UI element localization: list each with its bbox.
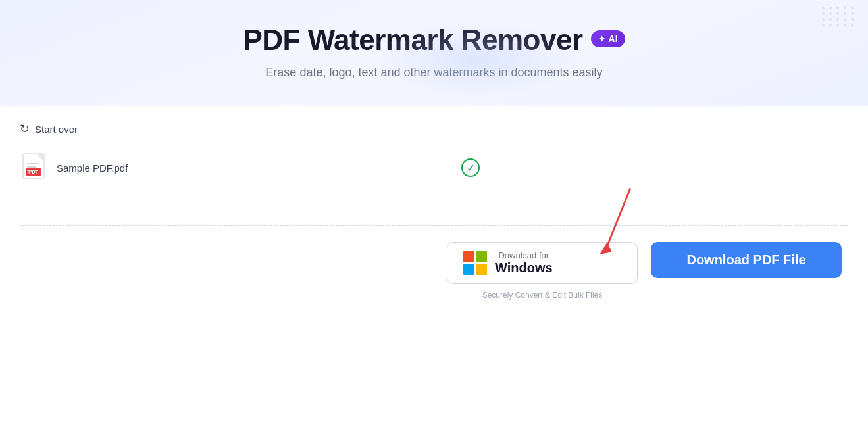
pdf-line xyxy=(27,166,36,168)
start-over-label: Start over xyxy=(35,124,78,135)
pdf-icon-lines xyxy=(27,163,39,171)
windows-download-bottom-label: Windows xyxy=(495,260,553,275)
main-content: ↺ Start over PDF Sample PDF.pdf ✓ xyxy=(0,106,868,313)
win-logo-red xyxy=(463,251,474,262)
pdf-line xyxy=(27,170,38,171)
pdf-icon-body: PDF xyxy=(22,153,45,179)
dashed-divider xyxy=(20,225,848,226)
windows-download-top-label: Download for xyxy=(495,250,553,260)
hero-section: PDF Watermark Remover ✦ AI Erase date, l… xyxy=(0,0,868,106)
windows-logo-icon xyxy=(463,251,487,275)
file-name: Sample PDF.pdf xyxy=(57,162,128,174)
start-over-icon: ↺ xyxy=(20,122,30,136)
file-status-check: ✓ xyxy=(461,158,480,177)
secure-text: Securely Convert & Edit Bulk Files xyxy=(482,291,603,300)
win-logo-blue xyxy=(463,264,474,275)
decorative-dots xyxy=(822,7,855,27)
ai-badge-star-icon: ✦ xyxy=(598,34,605,44)
win-logo-green xyxy=(476,251,488,262)
svg-line-0 xyxy=(606,189,630,249)
windows-button-text: Download for Windows xyxy=(495,250,553,275)
ai-badge: ✦ AI xyxy=(591,30,625,47)
pdf-file-icon: PDF xyxy=(22,153,47,182)
bottom-action-section: Download for Windows Securely Convert & … xyxy=(20,242,848,300)
page-title: PDF Watermark Remover xyxy=(243,24,582,57)
check-circle-icon: ✓ xyxy=(461,158,480,177)
download-pdf-button[interactable]: Download PDF File xyxy=(651,242,842,278)
hero-title-group: PDF Watermark Remover ✦ AI xyxy=(243,24,625,57)
check-mark: ✓ xyxy=(467,162,475,174)
pdf-line xyxy=(27,163,39,164)
windows-download-group: Download for Windows Securely Convert & … xyxy=(447,242,638,300)
hero-subtitle: Erase date, logo, text and other waterma… xyxy=(13,66,855,80)
windows-download-button[interactable]: Download for Windows xyxy=(447,242,638,284)
start-over-button[interactable]: ↺ Start over xyxy=(20,122,78,136)
ai-badge-label: AI xyxy=(609,34,618,44)
file-row: PDF Sample PDF.pdf ✓ xyxy=(20,149,848,186)
win-logo-yellow xyxy=(476,264,488,275)
